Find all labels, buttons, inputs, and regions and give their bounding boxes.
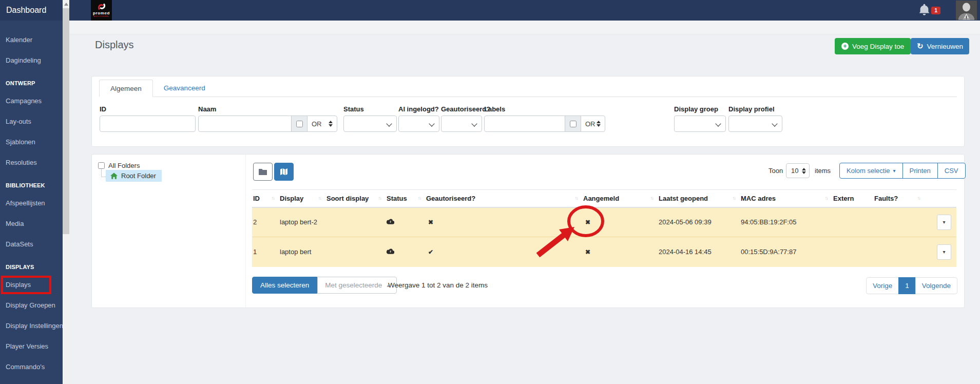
geautoriseerd-label: Geautoriseerd? [441,105,490,113]
filter-card: Algemeen Geavanceerd ID Naam OR Status [91,76,965,147]
sidebar-title: Dashboard [0,0,63,21]
sidebar-item-kalender[interactable]: Kalender [0,30,63,50]
col-header-faults[interactable]: Faults?↑↓ [873,190,925,207]
sort-icon[interactable]: ↑↓ [825,195,828,201]
all-folders-checkbox[interactable] [98,162,105,169]
col-header-id[interactable]: ID↑↓ [252,190,279,207]
add-display-button[interactable]: + Voeg Display toe [835,38,911,54]
pagination-page-1[interactable]: 1 [898,277,916,294]
table-row[interactable]: 2 laptop bert-2 ✖ ✖ 2024-05-06 09:39 94:… [252,207,956,237]
geautoriseerd-select[interactable] [441,116,482,132]
sidebar-item-afspeellijsten[interactable]: Afspeellijsten [0,193,63,214]
sidebar-item-displays[interactable]: Displays [0,275,63,295]
col-header-extern[interactable]: Extern [832,190,873,207]
labels-logic-select[interactable]: OR [581,116,605,132]
col-header-laatst-geopend[interactable]: Laatst geopend↑↓ [658,190,740,207]
col-header-aangemeld[interactable]: Aangemeld↑↓ [582,190,658,207]
filter-tabs: Algemeen Geavanceerd [99,80,957,97]
root-folder-label: Root Folder [121,172,156,180]
table-row[interactable]: 1 laptop bert ✔ ✖ 2024-04-16 14:45 00:15… [252,237,956,267]
cell-laatst-geopend: 2024-04-16 14:45 [658,237,740,267]
col-header-mac-adres[interactable]: MAC adres↑↓ [740,190,832,207]
labels-input[interactable] [484,116,565,132]
sort-icon[interactable]: ↑↓ [418,195,421,201]
sidebar-item-layouts[interactable]: Lay-outs [0,111,63,132]
column-select-button[interactable]: Kolom selectie ▾ [839,163,903,179]
tab-algemeen[interactable]: Algemeen [99,80,153,97]
display-groep-select[interactable] [674,116,726,132]
sort-icon[interactable]: ↑↓ [378,195,381,201]
column-select-label: Kolom selectie [847,167,890,175]
naam-input[interactable] [198,116,292,132]
tab-geavanceerd[interactable]: Geavanceerd [153,80,216,97]
sort-icon[interactable]: ↑↓ [917,195,920,201]
page-size-select[interactable]: 10 [786,163,810,178]
status-select[interactable] [343,116,397,132]
cell-aangemeld: ✖ [582,207,658,237]
sidebar-item-media[interactable]: Media [0,214,63,234]
row-menu-button[interactable]: ▾ [937,244,951,260]
sidebar-item-dagindeling[interactable]: Dagindeling [0,50,63,71]
sort-icon[interactable]: ↑↓ [272,195,275,201]
map-icon [280,168,288,176]
print-button[interactable]: Printen [902,163,938,179]
cross-icon: ✖ [583,248,590,256]
scrollbar-thumb[interactable] [63,8,69,234]
sidebar-item-display-instellingen[interactable]: Display Instellingen [0,316,63,336]
sidebar-scrollbar[interactable] [63,0,69,384]
avatar-placeholder-icon [956,1,977,20]
all-folders-label: All Folders [108,162,140,169]
sidebar-item-player-versies[interactable]: Player Versies [0,336,63,357]
refresh-label: Vernieuwen [927,43,964,50]
page-content: Displays + Voeg Display toe ↻ Vernieuwen… [69,21,980,384]
sidebar-item-datasets[interactable]: DataSets [0,234,63,255]
cell-mac-adres: 00:15:5D:9A:77:87 [740,237,832,267]
pagination-next[interactable]: Volgende [915,277,957,294]
all-folders-row[interactable]: All Folders [98,162,140,169]
row-menu-button[interactable]: ▾ [937,215,951,230]
col-header-soort-display[interactable]: Soort display↑↓ [325,190,386,207]
sort-icon[interactable]: ↑↓ [733,195,736,201]
app-logo[interactable]: promed AUDIOVISUEEL [91,0,112,21]
col-header-geautoriseerd[interactable]: Geautoriseerd?↑↓ [425,190,582,207]
sidebar-item-commandos[interactable]: Commando's [0,357,63,377]
sidebar-item-sjablonen[interactable]: Sjablonen [0,132,63,152]
root-folder-item[interactable]: Root Folder [106,170,162,182]
naam-label: Naam [198,105,337,113]
cell-geautoriseerd: ✖ [425,207,582,237]
sort-icon[interactable]: ↑↓ [650,195,654,201]
page-title: Displays [95,39,134,51]
header-band [69,21,980,34]
display-groep-label: Display groep [674,105,726,113]
with-selected-button[interactable]: Met geselecteerde ▴ [317,277,397,294]
user-avatar[interactable] [956,1,977,20]
cross-icon: ✖ [583,219,590,226]
naam-exact-checkbox[interactable] [296,121,303,127]
sidebar-item-campagnes[interactable]: Campagnes [0,91,63,111]
notifications-button[interactable]: 1 [919,4,940,18]
sidebar-item-resoluties[interactable]: Resoluties [0,152,63,173]
display-profiel-select[interactable] [728,116,782,132]
col-header-status[interactable]: Status↑↓ [386,190,425,207]
sort-icon[interactable]: ↑↓ [318,195,321,201]
sidebar-item-display-groepen[interactable]: Display Groepen [0,295,63,316]
map-view-button[interactable] [274,163,294,181]
display-profiel-label: Display profiel [728,105,782,113]
refresh-icon: ↻ [917,43,924,50]
naam-logic-select[interactable]: OR [307,116,337,132]
ingelogd-select[interactable] [398,116,439,132]
sort-icon[interactable]: ↑↓ [575,195,578,201]
table-header-row: ID↑↓ Display↑↓ Soort display↑↓ Status↑↓ … [252,190,956,207]
toggle-folders-button[interactable] [253,163,273,181]
refresh-button[interactable]: ↻ Vernieuwen [911,38,969,54]
labels-exact-checkbox[interactable] [570,121,577,127]
col-header-display[interactable]: Display↑↓ [279,190,325,207]
select-all-button[interactable]: Alles selecteren [252,277,317,294]
id-input[interactable] [100,116,196,132]
cell-id: 2 [252,207,279,237]
pagination-prev[interactable]: Vorige [866,277,899,294]
cell-geautoriseerd: ✔ [425,237,582,267]
spinner-arrows-icon [329,121,333,127]
csv-button[interactable]: CSV [937,163,966,179]
scrollbar-up-arrow-icon[interactable] [64,3,68,6]
